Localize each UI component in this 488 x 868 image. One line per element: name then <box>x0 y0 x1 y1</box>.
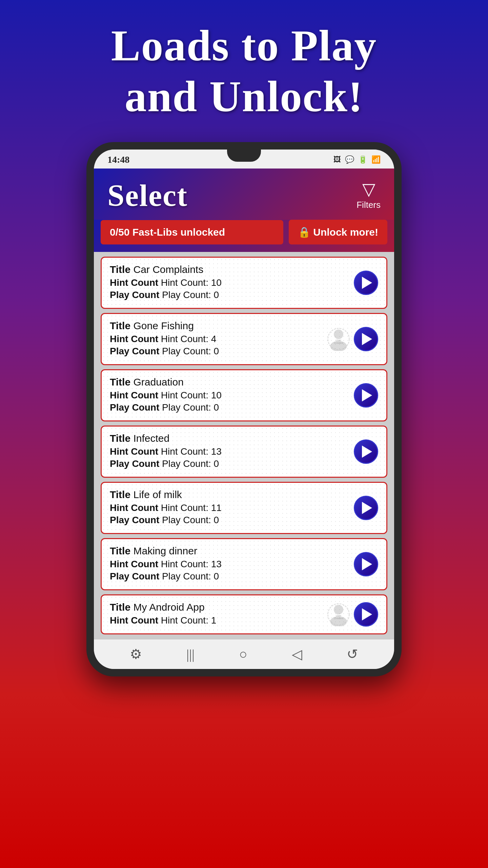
list-item: Title My Android AppHint Count Hint Coun… <box>101 594 387 634</box>
card-right <box>354 496 378 520</box>
unlocked-count: 0/50 Fast-Libs unlocked <box>101 220 283 244</box>
play-label: Play Count <box>110 571 162 581</box>
card-hint-row: Hint Count Hint Count: 10 <box>110 277 354 288</box>
play-icon <box>362 446 372 458</box>
play-value: Play Count: 0 <box>162 571 219 581</box>
card-title-row: Title Car Complaints <box>110 264 354 275</box>
card-right <box>354 271 378 295</box>
card-title-row: Title My Android App <box>110 601 327 613</box>
card-hint-row: Hint Count Hint Count: 13 <box>110 446 354 457</box>
user-created-badge: User Created <box>327 603 350 626</box>
card-info: Title InfectedHint Count Hint Count: 13P… <box>110 433 354 471</box>
hint-value: Hint Count: 1 <box>161 615 216 626</box>
card-play-row: Play Count Play Count: 0 <box>110 571 354 582</box>
title-value: Infected <box>133 433 169 444</box>
user-created-badge: User Created <box>327 327 350 351</box>
title-value: Car Complaints <box>133 264 203 275</box>
list-item: Title Life of milkHint Count Hint Count:… <box>101 482 387 534</box>
app-header: Select ▽ Filters <box>94 169 394 220</box>
title-value: Graduation <box>133 376 183 388</box>
play-button[interactable] <box>354 496 378 520</box>
card-info: Title Car ComplaintsHint Count Hint Coun… <box>110 264 354 302</box>
list-item: Title InfectedHint Count Hint Count: 13P… <box>101 426 387 478</box>
hint-label: Hint Count <box>110 559 161 569</box>
list-item: Title Gone FishingHint Count Hint Count:… <box>101 313 387 365</box>
card-title-row: Title Making dinner <box>110 545 354 557</box>
status-icons: 🖼 💬 🔋 📶 <box>333 155 381 164</box>
play-label: Play Count <box>110 402 162 413</box>
card-right <box>354 383 378 408</box>
filter-icon: ▽ <box>362 181 375 198</box>
play-button[interactable] <box>354 271 378 295</box>
battery-icon: 🔋 <box>358 155 367 164</box>
hint-label: Hint Count <box>110 334 161 344</box>
filter-button[interactable]: ▽ Filters <box>357 181 381 210</box>
play-value: Play Count: 0 <box>162 458 219 469</box>
svg-text:Created: Created <box>334 617 343 620</box>
recents-nav-icon[interactable]: ||| <box>186 646 195 662</box>
hint-label: Hint Count <box>110 446 161 457</box>
play-label: Play Count <box>110 458 162 469</box>
hint-label: Hint Count <box>110 277 161 288</box>
app-title: Select <box>107 178 188 213</box>
card-right: User Created <box>327 327 378 351</box>
play-value: Play Count: 0 <box>162 346 219 356</box>
camera-icon: 🖼 <box>333 155 341 164</box>
card-info: Title Life of milkHint Count Hint Count:… <box>110 489 354 527</box>
svg-text:User: User <box>336 614 342 617</box>
unlock-more-button[interactable]: 🔒 Unlock more! <box>289 220 387 244</box>
title-value: Gone Fishing <box>133 320 194 331</box>
play-value: Play Count: 0 <box>162 290 219 300</box>
play-button[interactable] <box>354 383 378 408</box>
play-icon <box>362 502 372 514</box>
settings-nav-icon[interactable]: ⚙ <box>130 646 142 662</box>
title-value: Life of milk <box>133 489 182 500</box>
card-hint-row: Hint Count Hint Count: 13 <box>110 559 354 570</box>
play-icon <box>362 608 372 620</box>
hint-label: Hint Count <box>110 390 161 400</box>
headline-line1: Loads to Play <box>111 20 377 71</box>
title-label: Title <box>110 601 133 613</box>
svg-point-0 <box>334 330 343 339</box>
phone-screen: 14:48 🖼 💬 🔋 📶 Select ▽ Filters 0/50 Fast… <box>94 150 394 669</box>
card-info: Title Making dinnerHint Count Hint Count… <box>110 545 354 583</box>
card-right <box>354 439 378 464</box>
play-button[interactable] <box>354 439 378 464</box>
play-button[interactable] <box>354 602 378 627</box>
list-item: Title Car ComplaintsHint Count Hint Coun… <box>101 257 387 309</box>
play-label: Play Count <box>110 346 162 356</box>
phone-frame: 14:48 🖼 💬 🔋 📶 Select ▽ Filters 0/50 Fast… <box>86 142 402 676</box>
play-value: Play Count: 0 <box>162 515 219 525</box>
title-label: Title <box>110 320 133 331</box>
card-info: Title Gone FishingHint Count Hint Count:… <box>110 320 327 358</box>
play-label: Play Count <box>110 290 162 300</box>
card-title-row: Title Life of milk <box>110 489 354 500</box>
message-icon: 💬 <box>345 155 354 164</box>
home-nav-icon[interactable]: ○ <box>239 646 247 662</box>
title-label: Title <box>110 264 133 275</box>
title-value: Making dinner <box>133 545 197 556</box>
card-play-row: Play Count Play Count: 0 <box>110 290 354 300</box>
card-info: Title GraduationHint Count Hint Count: 1… <box>110 376 354 414</box>
bottom-nav: ⚙ ||| ○ ◁ ↺ <box>94 639 394 669</box>
play-icon <box>362 558 372 570</box>
signal-icon: 📶 <box>371 155 381 164</box>
play-button[interactable] <box>354 552 378 576</box>
hint-value: Hint Count: 10 <box>161 277 222 288</box>
title-label: Title <box>110 489 133 500</box>
card-title-row: Title Gone Fishing <box>110 320 327 332</box>
play-icon <box>362 389 372 401</box>
hint-value: Hint Count: 13 <box>161 559 222 569</box>
play-button[interactable] <box>354 327 378 351</box>
status-time: 14:48 <box>107 154 129 165</box>
card-hint-row: Hint Count Hint Count: 1 <box>110 615 327 626</box>
card-right <box>354 552 378 576</box>
card-right: User Created <box>327 602 378 627</box>
back-nav-icon[interactable]: ◁ <box>292 646 302 662</box>
play-icon <box>362 277 372 289</box>
refresh-nav-icon[interactable]: ↺ <box>347 646 358 662</box>
play-icon <box>362 333 372 345</box>
play-label: Play Count <box>110 515 162 525</box>
hint-label: Hint Count <box>110 502 161 513</box>
card-hint-row: Hint Count Hint Count: 11 <box>110 502 354 513</box>
